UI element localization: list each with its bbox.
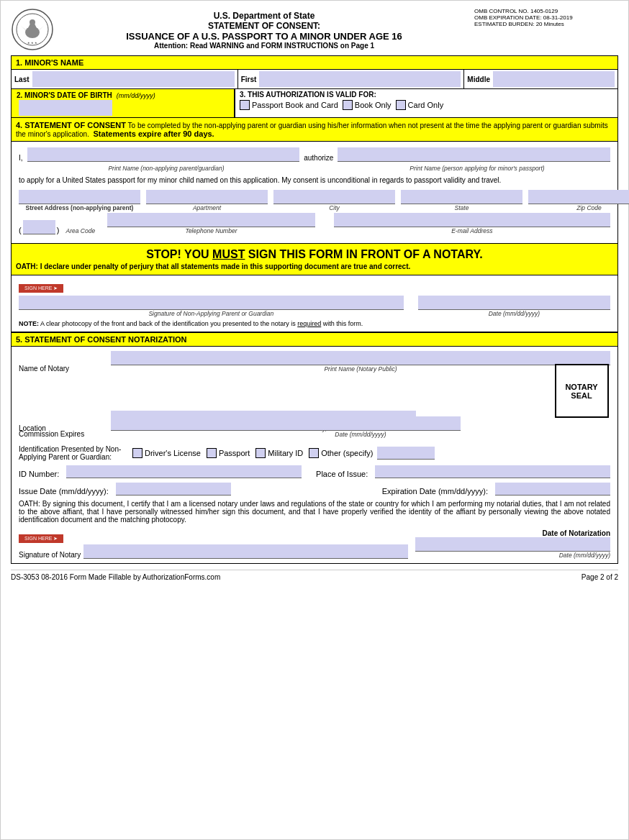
print-name1-input[interactable] bbox=[27, 147, 300, 162]
svg-text:★ ★ ★: ★ ★ ★ bbox=[27, 41, 37, 45]
date-notarization-group: Date of Notarization Date (mm/dd/yyyy) bbox=[415, 529, 610, 559]
notary-sig-input[interactable] bbox=[83, 544, 408, 559]
option-card: Card Only bbox=[396, 100, 444, 110]
notary-name-row: Name of Notary Print Name (Notary Public… bbox=[19, 351, 610, 373]
checkbox-drivers[interactable] bbox=[132, 448, 142, 458]
apt-input[interactable] bbox=[146, 190, 268, 204]
state-input[interactable] bbox=[401, 190, 522, 204]
section1-header: 1. MINOR'S NAME bbox=[11, 55, 618, 70]
auth-cell: 3. THIS AUTHORIZATION IS VALID FOR: Pass… bbox=[235, 89, 617, 117]
last-name-input[interactable] bbox=[32, 71, 235, 87]
middle-name-cell: Middle bbox=[464, 70, 617, 88]
area-code-input[interactable] bbox=[23, 220, 55, 234]
apt-group: Apartment bbox=[146, 190, 268, 211]
issue-date-input[interactable] bbox=[116, 483, 231, 496]
date-notarization-label: Date of Notarization bbox=[543, 529, 610, 537]
section5-header: 5. STATEMENT OF CONSENT NOTARIZATION bbox=[11, 332, 618, 347]
apply-text: to apply for a United States passport fo… bbox=[19, 176, 610, 184]
option-book-card: Passport Book and Card bbox=[240, 100, 338, 110]
signature-area: SIGN HERE ➤ Signature of Non-Applying Pa… bbox=[11, 275, 618, 332]
id-number-input[interactable] bbox=[66, 465, 302, 478]
military-option: Military ID bbox=[255, 448, 303, 458]
id-presented-section: Identification Presented by Non-Applying… bbox=[19, 445, 610, 496]
state-group: State bbox=[401, 190, 522, 211]
passport-option: Passport bbox=[207, 448, 250, 458]
place-of-issue-input[interactable] bbox=[375, 465, 610, 478]
attention-label: Attention: Read WARNING and FORM INSTRUC… bbox=[54, 42, 474, 50]
notary-sig-row: SIGN HERE ➤ Signature of Notary Date of … bbox=[19, 529, 610, 559]
commission-input-col: Date (mm/dd/yyyy) bbox=[111, 416, 610, 438]
name-sublabels: Print Name (non-applying parent/guardian… bbox=[19, 163, 610, 172]
svg-point-6 bbox=[30, 19, 35, 25]
header-center: U.S. Department of State STATEMENT OF CO… bbox=[54, 8, 474, 50]
print-name2-input[interactable] bbox=[338, 147, 610, 162]
commission-label-col: Commission Expires bbox=[19, 430, 105, 438]
notary-name-input-col: Print Name (Notary Public) bbox=[111, 351, 610, 373]
email-group: E-mail Address bbox=[334, 213, 610, 234]
street-input[interactable] bbox=[19, 190, 140, 204]
area-code-group: ( ) Area Code bbox=[19, 220, 100, 234]
omb3: ESTIMATED BURDEN: 20 Minutes bbox=[474, 21, 618, 27]
address-row: Street Address (non-applying parent) Apa… bbox=[19, 190, 610, 211]
expiration-date-input[interactable] bbox=[495, 483, 610, 496]
dob-input[interactable] bbox=[19, 100, 112, 116]
notary-name-label-col: Name of Notary bbox=[19, 365, 105, 373]
option-card-label: Card Only bbox=[408, 101, 444, 109]
footer-left: DS-3053 08-2016 Form Made Fillable by Au… bbox=[11, 573, 220, 581]
section4-expire: Statements expire after 90 days. bbox=[94, 129, 214, 138]
checkbox-card[interactable] bbox=[396, 100, 406, 110]
us-seal: ★ ★ ★ bbox=[11, 8, 54, 51]
city-input[interactable] bbox=[273, 190, 395, 204]
commission-date-input[interactable] bbox=[111, 416, 461, 431]
first-name-input[interactable] bbox=[259, 71, 461, 87]
notary-sig-line: Signature of Notary bbox=[19, 544, 408, 559]
title2-label: ISSUANCE OF A U.S. PASSPORT TO A MINOR U… bbox=[54, 31, 474, 42]
sig-date-input[interactable] bbox=[418, 296, 610, 310]
issue-date-label: Issue Date (mm/dd/yyyy): bbox=[19, 487, 109, 496]
notary-name-sublabel: Print Name (Notary Public) bbox=[111, 365, 610, 373]
other-specify-input[interactable] bbox=[377, 447, 435, 460]
checkbox-book-card[interactable] bbox=[240, 100, 250, 110]
note-text: NOTE: A clear photocopy of the front and… bbox=[19, 320, 610, 327]
omb-info: OMB CONTROL NO. 1405-0129 OMB EXPIRATION… bbox=[474, 8, 618, 27]
option-book-label: Book Only bbox=[355, 101, 392, 109]
dates-row: Issue Date (mm/dd/yyyy): Expiration Date… bbox=[19, 483, 610, 496]
first-label: First bbox=[241, 76, 257, 83]
checkbox-military[interactable] bbox=[255, 448, 266, 458]
commission-row: Commission Expires Date (mm/dd/yyyy) bbox=[19, 416, 610, 438]
notary-sign-here-stamp: SIGN HERE ➤ bbox=[19, 534, 63, 543]
sig-group: SIGN HERE ➤ Signature of Non-Applying Pa… bbox=[19, 283, 404, 317]
checkbox-other[interactable] bbox=[309, 448, 319, 458]
print-name1-label: Print Name (non-applying parent/guardian… bbox=[108, 165, 224, 172]
other-label: Other (specify) bbox=[321, 449, 373, 457]
checkbox-book[interactable] bbox=[343, 100, 353, 110]
print-name2-label: Print Name (person applying for minor's … bbox=[409, 165, 544, 172]
middle-label: Middle bbox=[467, 76, 490, 83]
middle-name-input[interactable] bbox=[493, 71, 615, 87]
stop-section: STOP! YOU MUST SIGN THIS FORM IN FRONT O… bbox=[11, 244, 618, 275]
checkbox-passport[interactable] bbox=[207, 448, 217, 458]
omb1: OMB CONTROL NO. 1405-0129 bbox=[474, 8, 618, 14]
email-input[interactable] bbox=[334, 213, 610, 227]
street-label: Street Address (non-applying parent) bbox=[19, 204, 140, 211]
zip-input[interactable] bbox=[528, 190, 629, 204]
footer-right: Page 2 of 2 bbox=[582, 573, 618, 581]
notary-name-input[interactable] bbox=[111, 351, 610, 365]
date-notarization-input[interactable] bbox=[415, 537, 610, 552]
area-code-label: Area Code bbox=[60, 227, 100, 234]
signature-input[interactable] bbox=[19, 296, 404, 310]
dob-format: (mm/dd/yyyy) bbox=[117, 92, 155, 99]
print-name1-group bbox=[27, 147, 300, 162]
stop-text: STOP! YOU MUST SIGN THIS FORM IN FRONT O… bbox=[16, 248, 613, 261]
id-number-row: ID Number: Place of Issue: bbox=[19, 465, 610, 478]
auth-options: Passport Book and Card Book Only Card On… bbox=[240, 100, 613, 110]
header: ★ ★ ★ U.S. Department of State STATEMENT… bbox=[11, 8, 618, 51]
notary-oath-text: OATH: By signing this document, I certif… bbox=[19, 500, 610, 524]
phone-input[interactable] bbox=[107, 213, 314, 227]
i-label: I, bbox=[19, 154, 23, 162]
id-presented-label: Identification Presented by Non-Applying… bbox=[19, 445, 127, 461]
option-book: Book Only bbox=[343, 100, 392, 110]
expiration-date-label: Expiration Date (mm/dd/yyyy): bbox=[382, 487, 488, 496]
section3-title: 3. THIS AUTHORIZATION IS VALID FOR: bbox=[240, 91, 613, 99]
commission-date-label: Date (mm/dd/yyyy) bbox=[111, 431, 610, 438]
